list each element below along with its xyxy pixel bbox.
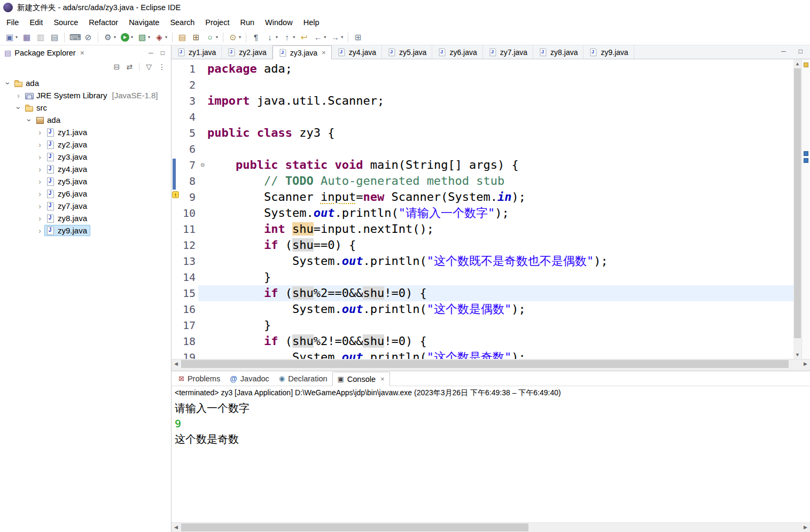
tree-item-zy8.java[interactable]: ›zy8.java [0, 212, 171, 224]
back-button[interactable]: ←▾ [311, 31, 328, 44]
dropdown-arrow-icon[interactable]: ▾ [148, 35, 150, 40]
profile-button[interactable]: ◈▾ [153, 31, 169, 44]
editor-tab-zy2.java[interactable]: zy2.java [222, 45, 272, 59]
dropdown-arrow-icon[interactable]: ▾ [15, 35, 18, 40]
run-button[interactable]: ▶▾ [119, 31, 135, 44]
tree-item-zy1.java[interactable]: ›zy1.java [0, 126, 171, 138]
external-tools-button[interactable]: ⚙▾ [102, 31, 118, 44]
editor-tab-zy8.java[interactable]: zy8.java [533, 45, 583, 59]
console-horizontal-scrollbar[interactable]: ◀ ▶ [172, 522, 810, 532]
line-number[interactable]: 4 [172, 109, 198, 125]
line-number[interactable]: 5 [172, 125, 198, 141]
minimize-view-button[interactable]: ─ [146, 49, 155, 57]
editor-horizontal-scrollbar[interactable]: ◀ ▶ [172, 359, 810, 369]
code-text[interactable]: public static void main(String[] args) { [207, 157, 793, 173]
close-tab-icon[interactable]: × [322, 49, 326, 57]
show-whitespace-button[interactable]: ¶ [250, 31, 262, 44]
dropdown-arrow-icon[interactable]: ▾ [216, 35, 218, 40]
dropdown-arrow-icon[interactable]: ▾ [324, 35, 326, 40]
line-number[interactable]: 6 [172, 141, 198, 157]
expand-arrow-icon[interactable]: › [35, 153, 44, 161]
line-number[interactable]: 16 [172, 301, 198, 317]
console-output[interactable]: 请输入一个数字9这个数是奇数 [172, 399, 810, 522]
menu-refactor[interactable]: Refactor [83, 16, 123, 29]
maximize-editor-button[interactable]: □ [797, 48, 805, 55]
horizontal-scroll-thumb[interactable] [181, 360, 789, 368]
scroll-up-icon[interactable]: ▲ [793, 59, 801, 68]
line-number[interactable]: 12 [172, 237, 198, 253]
expand-arrow-icon[interactable]: › [35, 226, 44, 235]
dropdown-arrow-icon[interactable]: ▾ [276, 35, 278, 40]
code-text[interactable]: } [207, 317, 793, 333]
code-text[interactable]: package ada; [207, 61, 793, 77]
editor-tab-zy9.java[interactable]: zy9.java [583, 45, 634, 59]
expand-arrow-icon[interactable]: › [35, 190, 44, 198]
menu-window[interactable]: Window [260, 16, 298, 29]
close-tab-icon[interactable]: × [380, 375, 385, 383]
dropdown-arrow-icon[interactable]: ▾ [131, 35, 133, 40]
line-number[interactable]: 15 [172, 285, 198, 301]
editor-tab-zy4.java[interactable]: zy4.java [332, 45, 382, 59]
console-scroll-thumb[interactable] [181, 523, 528, 531]
expand-arrow-icon[interactable]: › [35, 202, 44, 210]
new-wizard-button[interactable]: ▣▾ [3, 31, 19, 44]
line-number[interactable]: 10 [172, 205, 198, 221]
line-number[interactable]: 14 [172, 269, 198, 285]
maximize-view-button[interactable]: □ [159, 49, 167, 57]
skip-all-breakpoints-button[interactable]: ⊘ [82, 31, 95, 44]
code-editor[interactable]: ! 1package ada;23import java.util.Scanne… [172, 59, 810, 359]
line-number[interactable]: 18 [172, 333, 198, 349]
code-text[interactable]: if (shu==0) { [207, 237, 793, 253]
dropdown-arrow-icon[interactable]: ▾ [165, 35, 167, 40]
overview-mark[interactable] [804, 62, 808, 67]
expand-arrow-icon[interactable]: › [35, 177, 44, 186]
menu-search[interactable]: Search [165, 16, 200, 29]
menu-project[interactable]: Project [200, 16, 235, 29]
code-text[interactable]: System.out.println("请输入一个数字"); [207, 205, 793, 221]
dropdown-arrow-icon[interactable]: ▾ [341, 35, 343, 40]
line-number[interactable]: 11 [172, 221, 198, 237]
last-edit-location-button[interactable]: ↩ [298, 31, 310, 44]
warning-marker-icon[interactable]: ! [172, 191, 179, 198]
scroll-down-icon[interactable]: ▼ [793, 350, 801, 359]
expand-arrow-icon[interactable]: › [35, 140, 44, 149]
line-number[interactable]: 19 [172, 349, 198, 359]
scroll-left-icon[interactable]: ◀ [172, 359, 181, 369]
minimize-editor-button[interactable]: ─ [779, 48, 788, 55]
line-number[interactable]: 17 [172, 317, 198, 333]
line-number[interactable]: 13 [172, 253, 198, 269]
pin-editor-button[interactable]: ⊞ [352, 31, 364, 44]
code-text[interactable] [207, 77, 793, 93]
save-all-button[interactable]: ▥ [34, 31, 47, 44]
code-text[interactable]: if (shu%2!=0&&shu!=0) { [207, 333, 793, 349]
scroll-left-icon[interactable]: ◀ [172, 523, 181, 532]
tree-item-zy3.java[interactable]: ›zy3.java [0, 151, 171, 163]
fold-marker-icon[interactable]: ⊖ [198, 157, 207, 173]
code-text[interactable]: import java.util.Scanner; [207, 93, 793, 109]
link-with-editor-button[interactable]: ⇄ [126, 62, 133, 71]
view-menu-button[interactable]: ⋮ [158, 62, 166, 71]
tree-item-ada[interactable]: ›ada [0, 114, 171, 126]
collapse-arrow-icon[interactable]: › [25, 115, 34, 124]
editor-vertical-scrollbar[interactable]: ▲ ▼ [793, 59, 801, 359]
overview-ruler[interactable] [801, 59, 810, 359]
code-text[interactable]: System.out.println("这个数是偶数"); [207, 301, 793, 317]
coverage-button[interactable]: ▧▾ [136, 31, 152, 44]
expand-arrow-icon[interactable]: › [35, 214, 44, 223]
code-text[interactable]: Scanner input=new Scanner(System.in); [207, 189, 793, 205]
save-button[interactable]: ▦ [20, 31, 33, 44]
scroll-right-icon[interactable]: ▶ [801, 359, 810, 369]
overview-mark[interactable] [804, 151, 808, 156]
new-java-project-button[interactable]: ▤ [176, 31, 189, 44]
code-text[interactable]: public class zy3 { [207, 125, 793, 141]
code-lines[interactable]: 1package ada;23import java.util.Scanner;… [172, 59, 793, 359]
line-number[interactable]: 3 [172, 93, 198, 109]
code-text[interactable] [207, 141, 793, 157]
expand-arrow-icon[interactable]: › [35, 165, 44, 174]
menu-source[interactable]: Source [48, 16, 83, 29]
tab-console[interactable]: ▣Console× [332, 372, 390, 386]
menu-navigate[interactable]: Navigate [123, 16, 165, 29]
dropdown-arrow-icon[interactable]: ▾ [114, 35, 116, 40]
print-button[interactable]: ▤ [48, 31, 61, 44]
open-console-button[interactable]: ⌨ [68, 31, 81, 44]
